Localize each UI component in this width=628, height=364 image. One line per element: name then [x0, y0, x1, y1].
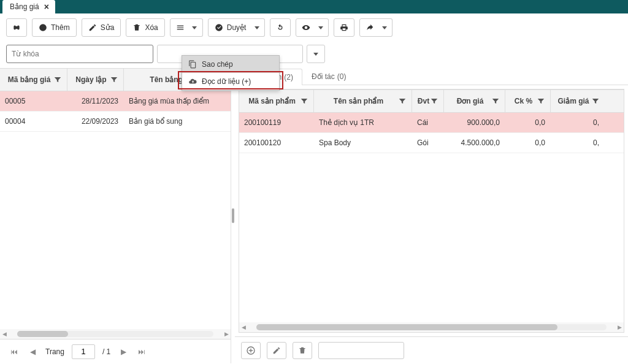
- detail-search-input[interactable]: [318, 342, 404, 359]
- view-dropdown-button[interactable]: [313, 18, 329, 37]
- cell-discount: 0,: [551, 133, 605, 153]
- table-row[interactable]: 00005 28/11/2023 Bảng giá mùa thấp điểm: [0, 91, 231, 112]
- edit-button[interactable]: Sửa: [82, 18, 121, 37]
- right-grid-body: 200100119 Thẻ dịch vụ 1TR Cái 900.000,0 …: [239, 113, 624, 322]
- filter-icon[interactable]: [300, 97, 308, 105]
- filter-icon[interactable]: [430, 97, 438, 105]
- col-header-price[interactable]: Đơn giá: [444, 90, 505, 112]
- menu-item-read-data[interactable]: Đọc dữ liệu (+): [182, 73, 279, 90]
- pager-last-icon[interactable]: ⏭: [136, 346, 147, 357]
- col-header-code[interactable]: Mã bảng giá: [0, 69, 67, 91]
- cell-price: 4.500.000,0: [444, 133, 505, 153]
- tab-partners-label: Đối tác: [312, 72, 335, 81]
- cell-prod-code: 200100119: [239, 113, 314, 132]
- approve-icon: [215, 23, 223, 32]
- cell-code: 00005: [0, 91, 67, 111]
- pager-total: / 1: [102, 347, 110, 356]
- plus-icon: [39, 23, 47, 32]
- left-grid-body: 00005 28/11/2023 Bảng giá mùa thấp điểm …: [0, 91, 231, 329]
- export-dropdown-button[interactable]: [377, 18, 392, 37]
- print-button[interactable]: [334, 18, 354, 37]
- scroll-right-icon[interactable]: ▶: [615, 324, 624, 330]
- cell-unit: Cái: [412, 113, 444, 132]
- approve-button[interactable]: Duyệt: [208, 18, 253, 37]
- right-hscroll[interactable]: ◀ ▶: [239, 322, 624, 332]
- pager-prev-icon[interactable]: ◀: [27, 346, 38, 357]
- col-header-unit[interactable]: Đvt: [412, 90, 444, 112]
- col-header-prod-code[interactable]: Mã sản phẩm: [239, 90, 314, 112]
- cell-unit: Gói: [412, 133, 444, 153]
- col-header-ck[interactable]: Ck %: [505, 90, 551, 112]
- pager-first-icon[interactable]: ⏮: [9, 346, 20, 357]
- filter-icon[interactable]: [398, 97, 407, 105]
- cell-prod-name: Spa Body: [314, 133, 412, 153]
- search-input[interactable]: [6, 45, 153, 63]
- cell-name: Bảng giá mùa thấp điểm: [124, 91, 231, 111]
- filter-icon[interactable]: [491, 97, 500, 105]
- detail-add-button[interactable]: [241, 342, 261, 359]
- cell-date: 22/09/2023: [67, 112, 124, 131]
- scroll-left-icon[interactable]: ◀: [239, 324, 248, 330]
- menu-item-copy[interactable]: Sao chép: [182, 56, 279, 73]
- tab-partners[interactable]: Đối tác (0): [302, 68, 355, 85]
- pager-label: Trang: [45, 347, 64, 356]
- cell-discount: 0,: [551, 113, 605, 132]
- col-header-discount[interactable]: Giảm giá: [551, 90, 605, 112]
- eye-icon: [302, 23, 310, 32]
- price-list-grid: Mã bảng giá Ngày lập Tên bảng giá 00005: [0, 68, 231, 363]
- refresh-button[interactable]: [270, 18, 291, 37]
- caret-down-icon: [313, 53, 318, 56]
- pager-next-icon[interactable]: ▶: [118, 346, 129, 357]
- caret-down-icon: [255, 26, 259, 29]
- detail-footer: [235, 336, 628, 363]
- filter-icon[interactable]: [53, 75, 62, 84]
- binoculars-button[interactable]: [6, 18, 27, 37]
- detail-delete-button[interactable]: [293, 342, 312, 359]
- close-icon[interactable]: ×: [44, 2, 49, 11]
- scroll-left-icon[interactable]: ◀: [0, 331, 9, 337]
- approve-dropdown-button[interactable]: [249, 18, 265, 37]
- main-toolbar: Thêm Sửa Xóa: [0, 13, 628, 42]
- add-button-label: Thêm: [51, 23, 70, 32]
- pane-splitter[interactable]: [231, 68, 235, 363]
- table-row[interactable]: 200100120 Spa Body Gói 4.500.000,0 0,0 0…: [239, 133, 624, 153]
- cell-code: 00004: [0, 112, 67, 131]
- detail-edit-button[interactable]: [267, 342, 286, 359]
- detail-pane: Sản phẩm (2) Đối tác (0) Mã sản phẩm: [235, 68, 628, 363]
- filter-combo-dropdown[interactable]: [307, 45, 325, 63]
- tab-partners-count: (0): [337, 72, 347, 81]
- filter-icon[interactable]: [591, 97, 600, 105]
- menu-dropdown: Sao chép Đọc dữ liệu (+): [182, 55, 280, 91]
- cell-date: 28/11/2023: [67, 91, 124, 111]
- filter-icon[interactable]: [110, 75, 118, 84]
- refresh-icon: [276, 23, 285, 32]
- cloud-upload-icon: [188, 77, 197, 86]
- app-tab-price-list[interactable]: Bảng giá ×: [2, 0, 55, 13]
- caret-down-icon: [382, 26, 387, 29]
- left-hscroll[interactable]: ◀ ▶: [0, 329, 231, 339]
- cell-prod-code: 200100120: [239, 133, 314, 153]
- share-icon: [366, 23, 374, 32]
- left-pager: ⏮ ◀ Trang / 1 ▶ ⏭: [0, 339, 231, 363]
- menu-item-read-data-label: Đọc dữ liệu (+): [202, 77, 251, 86]
- copy-icon: [188, 60, 197, 69]
- col-header-date[interactable]: Ngày lập: [67, 69, 124, 91]
- caret-down-icon: [318, 26, 323, 29]
- add-button[interactable]: Thêm: [32, 18, 77, 37]
- scroll-right-icon[interactable]: ▶: [222, 331, 231, 337]
- binoculars-icon: [12, 23, 21, 32]
- cell-prod-name: Thẻ dịch vụ 1TR: [314, 113, 412, 132]
- cell-price: 900.000,0: [444, 113, 505, 132]
- table-row[interactable]: 00004 22/09/2023 Bản giá bổ sung: [0, 112, 231, 132]
- delete-button[interactable]: Xóa: [126, 18, 164, 37]
- caret-down-icon: [192, 26, 197, 29]
- menu-item-copy-label: Sao chép: [202, 60, 233, 69]
- col-header-prod-name[interactable]: Tên sản phẩm: [314, 90, 412, 112]
- pager-current-input[interactable]: [72, 344, 95, 359]
- tab-products-count: (2): [284, 73, 293, 82]
- cell-ck: 0,0: [505, 113, 551, 132]
- filter-icon[interactable]: [537, 97, 545, 105]
- trash-icon: [132, 23, 141, 32]
- table-row[interactable]: 200100119 Thẻ dịch vụ 1TR Cái 900.000,0 …: [239, 113, 624, 133]
- menu-dropdown-button[interactable]: [187, 18, 203, 37]
